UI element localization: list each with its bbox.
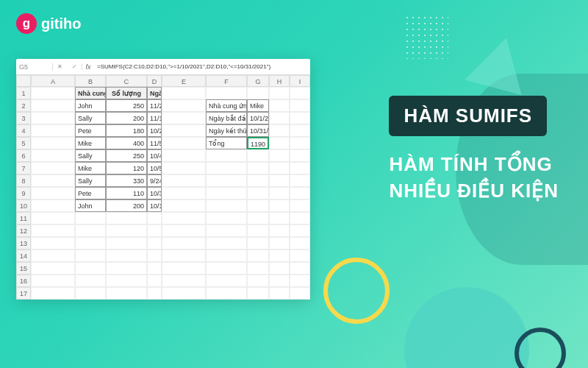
cell[interactable] xyxy=(162,162,206,174)
cell[interactable] xyxy=(269,262,290,275)
cell[interactable]: 110 xyxy=(106,187,147,199)
row-11[interactable]: 11 xyxy=(16,212,31,224)
cell[interactable]: 330 xyxy=(106,174,147,187)
cell[interactable] xyxy=(106,262,147,275)
cell[interactable] xyxy=(31,187,75,199)
cell[interactable] xyxy=(162,224,206,237)
cell[interactable] xyxy=(162,262,206,275)
cell[interactable] xyxy=(31,212,75,224)
col-H[interactable]: H xyxy=(269,75,290,87)
cell[interactable] xyxy=(247,199,269,212)
cell[interactable] xyxy=(206,87,247,99)
cell[interactable] xyxy=(147,224,162,237)
row-14[interactable]: 14 xyxy=(16,250,31,262)
cell[interactable] xyxy=(206,287,247,300)
cell[interactable]: 10/29/2021 xyxy=(147,124,162,137)
cell[interactable]: 11/12/2021 xyxy=(147,112,162,124)
cell[interactable] xyxy=(290,99,310,112)
cell[interactable] xyxy=(147,262,162,275)
cell[interactable] xyxy=(147,250,162,262)
cell[interactable] xyxy=(31,174,75,187)
cell[interactable] xyxy=(206,275,247,287)
cell[interactable] xyxy=(162,112,206,124)
cell[interactable] xyxy=(290,162,310,174)
cell[interactable] xyxy=(206,262,247,275)
cell[interactable] xyxy=(31,287,75,300)
row-12[interactable]: 12 xyxy=(16,224,31,237)
cell[interactable] xyxy=(147,287,162,300)
cell[interactable]: Ngày bắt đầu xyxy=(206,112,247,124)
cell[interactable] xyxy=(162,99,206,112)
cell[interactable] xyxy=(31,199,75,212)
cell[interactable] xyxy=(75,287,106,300)
cell[interactable] xyxy=(162,250,206,262)
cell[interactable]: 10/1/2021 xyxy=(247,112,269,124)
cell[interactable] xyxy=(290,149,310,162)
cell[interactable]: Mike xyxy=(75,162,106,174)
row-2[interactable]: 2 xyxy=(16,99,31,112)
cell[interactable] xyxy=(247,275,269,287)
cell[interactable]: 250 xyxy=(106,149,147,162)
name-box[interactable]: G5 xyxy=(16,63,53,71)
col-I[interactable]: I xyxy=(290,75,310,87)
cell[interactable]: 11/29/2021 xyxy=(147,99,162,112)
cell[interactable]: 9/24/2021 xyxy=(147,174,162,187)
col-F[interactable]: F xyxy=(206,75,247,87)
cell[interactable]: Mike xyxy=(75,137,106,149)
cell[interactable] xyxy=(206,199,247,212)
selected-cell[interactable]: 1190 xyxy=(247,137,269,149)
cell[interactable] xyxy=(31,250,75,262)
cell[interactable]: 200 xyxy=(106,199,147,212)
fx-icon[interactable]: fx xyxy=(82,63,94,71)
cell[interactable]: Pete xyxy=(75,124,106,137)
cell[interactable]: Sally xyxy=(75,174,106,187)
row-15[interactable]: 15 xyxy=(16,262,31,275)
cell[interactable] xyxy=(247,224,269,237)
cell[interactable] xyxy=(162,187,206,199)
row-17[interactable]: 17 xyxy=(16,287,31,300)
col-A[interactable]: A xyxy=(31,75,75,87)
cell[interactable] xyxy=(247,87,269,99)
select-all[interactable] xyxy=(16,75,31,87)
cell[interactable] xyxy=(162,149,206,162)
cell[interactable] xyxy=(269,124,290,137)
cell[interactable] xyxy=(290,137,310,149)
cell[interactable]: 10/10/2021 xyxy=(147,199,162,212)
cell[interactable] xyxy=(162,87,206,99)
cell[interactable] xyxy=(269,212,290,224)
cell[interactable] xyxy=(162,124,206,137)
cell[interactable]: 11/5/2021 xyxy=(147,137,162,149)
cell[interactable] xyxy=(269,250,290,262)
cell[interactable] xyxy=(31,137,75,149)
cell[interactable] xyxy=(206,187,247,199)
cell[interactable] xyxy=(106,224,147,237)
cell[interactable] xyxy=(290,212,310,224)
cell[interactable] xyxy=(247,237,269,250)
cell[interactable] xyxy=(31,112,75,124)
cell[interactable] xyxy=(147,237,162,250)
col-D[interactable]: D xyxy=(147,75,162,87)
cell[interactable]: Ngày kết thúc xyxy=(206,124,247,137)
row-3[interactable]: 3 xyxy=(16,112,31,124)
row-9[interactable]: 9 xyxy=(16,187,31,199)
col-E[interactable]: E xyxy=(162,75,206,87)
cell[interactable]: 10/30/2021 xyxy=(147,187,162,199)
cell[interactable] xyxy=(290,275,310,287)
cell[interactable] xyxy=(75,212,106,224)
cell[interactable] xyxy=(75,224,106,237)
cell[interactable] xyxy=(206,237,247,250)
enter-icon[interactable]: ✓ xyxy=(72,63,77,70)
cell[interactable] xyxy=(106,237,147,250)
cell[interactable]: 200 xyxy=(106,112,147,124)
cell[interactable] xyxy=(290,124,310,137)
cell[interactable] xyxy=(290,87,310,99)
cell[interactable]: 250 xyxy=(106,99,147,112)
header-supplier[interactable]: Nhà cung ứng xyxy=(75,87,106,99)
cell[interactable] xyxy=(290,237,310,250)
cell[interactable]: 120 xyxy=(106,162,147,174)
cell[interactable] xyxy=(106,212,147,224)
cell[interactable] xyxy=(247,174,269,187)
col-G[interactable]: G xyxy=(247,75,269,87)
cell[interactable] xyxy=(269,149,290,162)
cell[interactable] xyxy=(147,212,162,224)
